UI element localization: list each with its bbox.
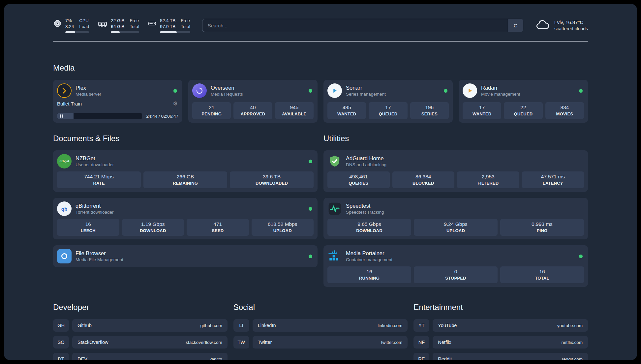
card-nzbget[interactable]: nzbget NZBGet Usenet downloader 744.21 M… bbox=[53, 150, 318, 192]
stat-box: 266 GB REMAINING bbox=[143, 171, 227, 188]
status-dot bbox=[444, 89, 447, 93]
search-input[interactable] bbox=[202, 19, 508, 32]
bookmark-youtube[interactable]: YT YouTube youtube.com bbox=[413, 319, 588, 332]
stat-label: REMAINING bbox=[145, 181, 226, 186]
section-utilities: Utilities AdGuard Home DNS and adblocki bbox=[323, 134, 588, 287]
stat-box: 945 AVAILABLE bbox=[275, 102, 314, 119]
cpu-widget: 7% 3.24 CPU Load bbox=[53, 18, 89, 33]
stat-value: 39.6 TB bbox=[231, 174, 312, 180]
gear-icon[interactable]: ⚙ bbox=[173, 101, 178, 106]
stat-box: 22 QUEUED bbox=[504, 102, 542, 119]
stat-value: 22 bbox=[505, 105, 541, 110]
stat-label: FILTERED bbox=[458, 181, 518, 186]
stat-label: RATE bbox=[58, 181, 139, 186]
cpu-progress-fill bbox=[65, 31, 75, 33]
card-speedtest[interactable]: Speedtest Speedtest Tracking 9.65 Gbps D… bbox=[323, 198, 588, 239]
cpu-usage-value: 7% bbox=[65, 18, 74, 24]
stat-label: TOTAL bbox=[502, 276, 583, 281]
stat-box: 40 APPROVED bbox=[233, 102, 272, 119]
bookmark-stackoverflow[interactable]: SO StackOverflow stackoverflow.com bbox=[53, 336, 228, 349]
bookmark-url: github.com bbox=[200, 323, 222, 328]
stat-box: 16 RUNNING bbox=[327, 266, 411, 283]
search-engine-button[interactable]: G bbox=[508, 19, 523, 32]
disk-icon bbox=[148, 18, 157, 28]
cpu-load-label: Load bbox=[79, 24, 89, 30]
status-dot bbox=[309, 160, 312, 163]
portainer-icon bbox=[327, 249, 342, 263]
stat-label: MOVIES bbox=[547, 111, 583, 116]
card-plex[interactable]: Plex Media server Bullet Train ⚙ bbox=[53, 80, 182, 123]
card-radarr[interactable]: Radarr Movie management 17 WANTED 22 QUE… bbox=[459, 80, 588, 123]
card-sonarr[interactable]: Sonarr Series management 485 WANTED 17 Q… bbox=[323, 80, 453, 123]
stat-value: 945 bbox=[276, 105, 312, 110]
section-title-media: Media bbox=[53, 63, 588, 73]
bookmark-name: Github bbox=[77, 323, 92, 328]
service-subtitle: DNS and adblocking bbox=[346, 162, 386, 167]
stat-value: 266 GB bbox=[145, 174, 226, 180]
stat-label: SERIES bbox=[412, 111, 447, 116]
stat-label: DOWNLOAD bbox=[329, 228, 410, 233]
bookmark-netflix[interactable]: NF Netflix netflix.com bbox=[413, 336, 588, 349]
service-name: qBittorrent bbox=[76, 203, 114, 209]
pause-icon bbox=[60, 114, 63, 118]
section-title-documents: Documents & Files bbox=[53, 134, 318, 143]
bookmark-url: youtube.com bbox=[557, 323, 583, 328]
stat-value: 471 bbox=[188, 221, 248, 227]
stat-label: QUERIES bbox=[329, 181, 388, 186]
bookmark-twitter[interactable]: TW Twitter twitter.com bbox=[233, 336, 408, 349]
bookmark-reddit[interactable]: RE Reddit reddit.com bbox=[413, 353, 588, 360]
stat-box: 9.65 Gbps DOWNLOAD bbox=[327, 219, 411, 236]
stat-box: 17 QUEUED bbox=[369, 102, 407, 119]
stat-value: 744.21 Mbps bbox=[58, 174, 139, 180]
stat-value: 86,384 bbox=[394, 174, 453, 180]
card-qbittorrent[interactable]: qb qBittorrent Torrent downloader 16 LEE… bbox=[53, 198, 318, 239]
bookmark-name: Reddit bbox=[438, 356, 452, 360]
stat-box: 498,461 QUERIES bbox=[327, 171, 390, 188]
section-title-social: Social bbox=[233, 303, 408, 312]
bookmark-name: StackOverflow bbox=[77, 340, 108, 345]
section-media: Media Plex Media server bbox=[53, 63, 588, 123]
card-portainer[interactable]: Media Portainer Container management 16 … bbox=[323, 245, 588, 287]
card-adguard[interactable]: AdGuard Home DNS and adblocking 498,461 … bbox=[323, 150, 588, 192]
stat-label: WANTED bbox=[464, 111, 500, 116]
dashboard-panel: 7% 3.24 CPU Load bbox=[4, 4, 637, 360]
disk-total-label: Total bbox=[181, 24, 190, 30]
section-title-developer: Developer bbox=[53, 303, 228, 312]
sonarr-icon bbox=[327, 83, 342, 98]
bookmark-url: dev.to bbox=[210, 357, 222, 360]
service-subtitle: Series management bbox=[346, 92, 386, 97]
stat-label: UPLOAD bbox=[253, 228, 313, 233]
radarr-icon bbox=[463, 83, 477, 98]
stat-box: 0 STOPPED bbox=[414, 266, 498, 283]
stat-value: 498,461 bbox=[329, 174, 388, 180]
stat-value: 9.65 Gbps bbox=[329, 221, 410, 227]
stat-label: QUEUED bbox=[505, 111, 541, 116]
stat-box: 2,953 FILTERED bbox=[457, 171, 519, 188]
service-subtitle: Media server bbox=[76, 92, 101, 97]
section-social: Social LI LinkedIn linkedin.com TW Twitt… bbox=[233, 303, 408, 360]
bookmark-name: Twitter bbox=[258, 340, 272, 345]
bookmark-linkedin[interactable]: LI LinkedIn linkedin.com bbox=[233, 319, 408, 332]
service-name: Media Portainer bbox=[346, 250, 392, 257]
stat-box: 744.21 Mbps RATE bbox=[57, 171, 141, 188]
stat-box: 471 SEED bbox=[187, 219, 249, 236]
stat-value: 17 bbox=[464, 105, 500, 110]
cpu-progress-bar bbox=[65, 31, 89, 33]
bookmark-dev[interactable]: DT DEV dev.to bbox=[53, 353, 228, 360]
bookmark-url: stackoverflow.com bbox=[186, 340, 222, 345]
service-subtitle: Media File Management bbox=[76, 257, 123, 262]
stat-label: SEED bbox=[188, 228, 248, 233]
cpu-load-value: 3.24 bbox=[65, 24, 74, 30]
stat-value: 0.993 ms bbox=[502, 221, 583, 227]
bookmark-url: netflix.com bbox=[561, 340, 583, 345]
stat-value: 0 bbox=[415, 269, 496, 275]
card-filebrowser[interactable]: File Browser Media File Management bbox=[53, 245, 318, 267]
card-overseerr[interactable]: Overseerr Media Requests 21 PENDING 40 A… bbox=[188, 80, 318, 123]
stat-label: QUEUED bbox=[370, 111, 406, 116]
disk-progress-bar bbox=[160, 31, 190, 33]
bookmark-name: DEV bbox=[77, 356, 87, 360]
stat-value: 16 bbox=[329, 269, 410, 275]
section-documents: Documents & Files nzbget NZBGet Usenet d… bbox=[53, 134, 318, 287]
bookmark-github[interactable]: GH Github github.com bbox=[53, 319, 228, 332]
filebrowser-icon bbox=[57, 249, 72, 263]
